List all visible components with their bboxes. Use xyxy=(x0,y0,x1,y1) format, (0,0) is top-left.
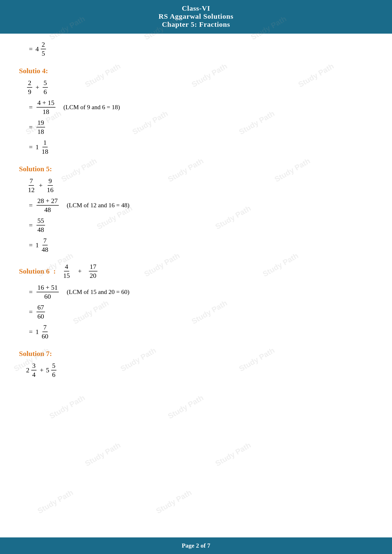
intro-denominator: 5 xyxy=(41,49,46,57)
sol5-step2-equals: = xyxy=(29,222,33,229)
sol4-lcm-note: (LCM of 9 and 6 = 18) xyxy=(63,104,120,111)
solution-5-step3: = 1 7 48 xyxy=(26,237,373,253)
sol6-lcm-note: (LCM of 15 and 20 = 60) xyxy=(67,289,130,296)
sol4-step1-den: 18 xyxy=(42,108,50,116)
sol7-mixed2: 5 5 6 xyxy=(46,362,57,379)
sol4-step1-frac: 4 + 15 18 xyxy=(36,99,56,116)
watermark-text: Study Path xyxy=(84,441,122,468)
sol5-step3-equals: = xyxy=(29,241,33,249)
sol4-frac2-den: 6 xyxy=(43,88,48,96)
sol7-mixed2-den: 6 xyxy=(51,370,56,379)
sol4-step2-num: 19 xyxy=(36,119,45,127)
solution-4-expression: 2 9 + 5 6 = 4 + 15 18 (LCM of 9 and 6 = … xyxy=(26,79,373,155)
sol5-frac1-num: 7 xyxy=(29,177,34,186)
sol6-step1-equals: = xyxy=(29,288,33,296)
intro-expression: = 4 2 5 xyxy=(26,41,373,57)
sol7-mixed1-frac: 3 4 xyxy=(31,362,36,379)
solution-5-expr-line: 7 12 + 9 16 xyxy=(26,177,373,194)
solution-4-expr-line: 2 9 + 5 6 xyxy=(26,79,373,96)
solution-7-expr-line: 2 3 4 + 5 5 6 xyxy=(26,362,373,379)
sol7-mixed1-num: 3 xyxy=(31,362,36,370)
sol4-step3-equals: = xyxy=(29,143,33,151)
sol5-frac2: 9 16 xyxy=(46,177,55,194)
sol7-mixed2-frac: 5 6 xyxy=(51,362,56,379)
sol4-frac1-den: 9 xyxy=(27,88,32,96)
sol4-plus: + xyxy=(35,84,39,91)
solution-6-heading: Solution 6 : 4 15 + 17 20 xyxy=(19,263,373,279)
sol7-plus: + xyxy=(40,367,44,374)
solution-7-expression: 2 3 4 + 5 5 6 xyxy=(26,362,373,379)
sol6-inline-plus: + xyxy=(78,267,82,275)
sol5-step2-num: 55 xyxy=(36,217,45,225)
header-title-class: Class-VI xyxy=(2,4,390,12)
sol4-frac1-num: 2 xyxy=(27,79,32,88)
sol6-step3-mixed: 1 7 60 xyxy=(35,324,50,340)
header-title-book: RS Aggarwal Solutions xyxy=(2,12,390,20)
sol5-frac2-den: 16 xyxy=(46,186,55,194)
sol6-step2-equals: = xyxy=(29,308,33,316)
sol6-step3-equals: = xyxy=(29,328,33,336)
solution-6-steps: = 16 + 51 60 (LCM of 15 and 20 = 60) = 6… xyxy=(26,284,373,340)
sol5-step1-frac: 28 + 27 48 xyxy=(36,197,59,214)
sol6-inline-frac1-num: 4 xyxy=(64,263,69,271)
solution-6-step1: = 16 + 51 60 (LCM of 15 and 20 = 60) xyxy=(26,284,373,300)
sol6-step1-num: 16 + 51 xyxy=(36,284,59,292)
sol4-step1-equals: = xyxy=(29,104,33,111)
sol5-step3-mixed: 1 7 48 xyxy=(35,237,50,253)
sol6-inline-frac2-num: 17 xyxy=(89,263,98,271)
sol4-frac2-num: 5 xyxy=(43,79,48,88)
solution-5-step2: = 55 48 xyxy=(26,217,373,234)
sol6-inline-frac1-den: 15 xyxy=(62,271,71,279)
sol4-step3-frac: 1 18 xyxy=(41,139,49,155)
solution-4-heading: Solutio 4: xyxy=(19,67,373,75)
sol4-step3-whole: 1 xyxy=(35,143,39,151)
intro-mixed-number: 4 2 5 xyxy=(35,41,47,57)
solution-4-step1: = 4 + 15 18 (LCM of 9 and 6 = 18) xyxy=(26,99,373,116)
solution-5-expression: 7 12 + 9 16 = 28 + 27 48 (LCM of 12 and … xyxy=(26,177,373,253)
sol4-step2-frac: 19 18 xyxy=(36,119,45,135)
sol4-step1-num: 4 + 15 xyxy=(36,99,56,108)
solution-7-heading: Solution 7: xyxy=(19,350,373,358)
sol4-step3-den: 18 xyxy=(41,147,49,155)
solution-5-step1: = 28 + 27 48 (LCM of 12 and 16 = 48) xyxy=(26,197,373,214)
sol6-inline-frac2-den: 20 xyxy=(89,271,98,279)
sol6-step3-den: 60 xyxy=(41,332,49,340)
main-content: = 4 2 5 Solutio 4: 2 9 + 5 6 xyxy=(0,34,392,401)
sol5-frac2-num: 9 xyxy=(48,177,53,186)
sol5-step3-den: 48 xyxy=(41,245,49,253)
sol7-mixed2-num: 5 xyxy=(51,362,56,370)
sol4-step2-den: 18 xyxy=(36,127,45,135)
sol5-frac1-den: 12 xyxy=(27,186,35,194)
solution-6: Solution 6 : 4 15 + 17 20 = 16 + 51 60 (… xyxy=(19,263,373,340)
sol7-mixed1-whole: 2 xyxy=(26,367,29,374)
sol6-step3-num: 7 xyxy=(42,324,48,332)
solution-4-step3: = 1 1 18 xyxy=(26,139,373,155)
page-footer: Page 2 of 7 xyxy=(0,537,392,554)
sol5-step1-num: 28 + 27 xyxy=(36,197,59,206)
sol5-plus: + xyxy=(39,182,43,189)
intro-numerator: 2 xyxy=(41,41,46,49)
watermark-text: Study Path xyxy=(36,488,75,516)
sol4-step3-num: 1 xyxy=(42,139,48,147)
sol4-step2-equals: = xyxy=(29,123,33,131)
sol5-step1-equals: = xyxy=(29,201,33,209)
sol5-lcm-note: (LCM of 12 and 16 = 48) xyxy=(67,202,130,209)
page-number: Page 2 of 7 xyxy=(182,542,210,549)
solution-6-step2: = 67 60 xyxy=(26,304,373,320)
solution-4-step2: = 19 18 xyxy=(26,119,373,135)
intro-whole: 4 xyxy=(35,45,39,53)
header-title-chapter: Chapter 5: Fractions xyxy=(2,20,390,28)
sol6-step3-frac: 7 60 xyxy=(41,324,49,340)
sol7-mixed2-whole: 5 xyxy=(46,367,49,374)
sol6-step1-frac: 16 + 51 60 xyxy=(36,284,59,300)
sol5-step3-num: 7 xyxy=(42,237,48,245)
intro-equals: = xyxy=(29,45,33,53)
sol5-step3-frac: 7 48 xyxy=(41,237,49,253)
sol5-step2-den: 48 xyxy=(36,225,45,234)
sol4-frac1: 2 9 xyxy=(27,79,32,96)
sol5-frac1: 7 12 xyxy=(27,177,35,194)
sol7-mixed1-den: 4 xyxy=(31,370,36,379)
sol6-step2-den: 60 xyxy=(36,312,45,320)
sol5-step1-den: 48 xyxy=(43,206,52,214)
sol6-inline-frac2: 17 20 xyxy=(89,263,98,279)
